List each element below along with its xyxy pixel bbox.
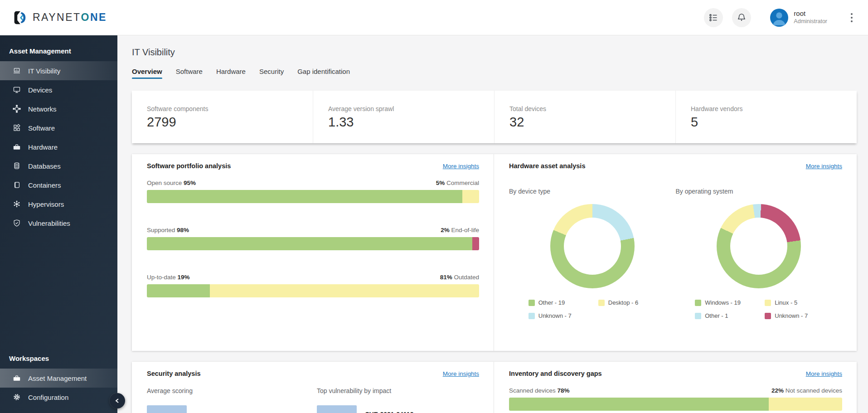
stat-value: 5	[691, 115, 857, 130]
sidebar-item-hardware[interactable]: Hardware	[0, 137, 117, 156]
legend-item: Desktop - 6	[598, 299, 656, 306]
workspace-item-label: Configuration	[28, 394, 68, 401]
stat-software-components: Software components 2799	[132, 91, 313, 143]
page-title: IT Visibility	[132, 47, 857, 58]
device-type-donut	[550, 204, 635, 288]
stat-average-version-sprawl: Average version sprawl 1.33	[313, 91, 495, 143]
sidebar-collapse-button[interactable]	[110, 393, 125, 408]
sidebar-item-label: Databases	[28, 162, 61, 170]
sidebar-item-databases[interactable]: Databases	[0, 156, 117, 175]
bar-segment-left	[147, 284, 210, 297]
stacked-bar	[147, 284, 479, 297]
user-menu[interactable]: root Administrator	[770, 9, 827, 27]
stat-total-devices: Total devices 32	[495, 91, 676, 143]
more-insights-link[interactable]: More insights	[443, 370, 479, 377]
workspace-item-asset-management[interactable]: Asset Management	[0, 369, 117, 388]
more-insights-link[interactable]: More insights	[806, 370, 842, 377]
stat-hardware-vendors: Hardware vendors 5	[676, 91, 857, 143]
panel-title: Security analysis	[147, 370, 201, 377]
legend-item: Other - 1	[695, 312, 753, 319]
sidebar-item-label: Networks	[28, 105, 57, 113]
sidebar-item-hypervisors[interactable]: Hypervisors	[0, 194, 117, 214]
bar-uptodate-outdated: Up-to-date 19% 81% Outdated	[147, 274, 479, 297]
stat-card-row: Software components 2799 Average version…	[132, 91, 857, 143]
sidebar-item-it-visibility[interactable]: IT Visibility	[0, 61, 117, 80]
container-icon	[13, 181, 21, 189]
tasks-list-button[interactable]	[704, 8, 723, 27]
database-icon	[13, 162, 21, 170]
operating-system-legend: Windows - 19 Linux - 5 Other - 1	[676, 299, 843, 319]
legend-item: Other - 19	[529, 299, 587, 306]
tab-gap-identification[interactable]: Gap identification	[297, 68, 350, 79]
legend-item: Unknown - 7	[529, 312, 587, 319]
bar-segment-left	[509, 398, 769, 411]
average-scoring-box	[147, 405, 187, 413]
tasks-list-icon	[708, 13, 718, 23]
legend-item: Windows - 19	[695, 299, 753, 306]
top-vulnerability-box	[317, 405, 357, 413]
tab-security[interactable]: Security	[259, 68, 284, 79]
top-vulnerability-label: Top vulnerability by impact	[317, 387, 413, 394]
bar-segment-right	[472, 237, 479, 250]
panel-title: Inventory and discovery gaps	[509, 370, 602, 377]
tab-overview[interactable]: Overview	[132, 68, 162, 79]
tab-bar: Overview Software Hardware Security Gap …	[132, 68, 857, 79]
bar-open-source-commercial: Open source 95% 5% Commercial	[147, 180, 479, 203]
bottom-analysis-row: Security analysis More insights Average …	[132, 362, 857, 413]
more-options-button[interactable]	[848, 10, 855, 25]
legend-swatch	[695, 300, 701, 306]
sidebar-item-label: IT Visibility	[28, 67, 60, 75]
sidebar-item-label: Vulnerabilities	[28, 219, 70, 227]
stacked-bar	[147, 237, 479, 250]
sidebar-section-asset-management: Asset Management	[0, 44, 117, 61]
bar-segment-right	[462, 190, 479, 203]
panel-title: Hardware asset analysis	[509, 162, 585, 170]
software-boxes-icon	[13, 124, 21, 132]
chart-subtitle: By operating system	[676, 188, 843, 195]
stacked-bar	[509, 398, 842, 411]
legend-swatch	[765, 313, 771, 319]
device-type-legend: Other - 19 Desktop - 6 Unknown - 7	[509, 299, 676, 319]
main-content: IT Visibility Overview Software Hardware…	[117, 35, 868, 413]
person-icon	[770, 9, 788, 27]
security-analysis-panel: Security analysis More insights Average …	[132, 362, 494, 413]
sidebar-item-containers[interactable]: Containers	[0, 175, 117, 194]
sidebar-item-devices[interactable]: Devices	[0, 80, 117, 99]
legend-swatch	[695, 313, 701, 319]
bar-segment-left	[147, 190, 462, 203]
stat-label: Total devices	[509, 105, 675, 112]
more-insights-link[interactable]: More insights	[443, 163, 479, 170]
raynet-logo[interactable]: RAYNETONE	[11, 9, 107, 26]
workspace-item-configuration[interactable]: Configuration	[0, 388, 117, 407]
top-header: RAYNETONE roo	[0, 0, 868, 35]
bar-segment-right	[769, 398, 842, 411]
sidebar-item-label: Devices	[28, 86, 52, 94]
average-scoring-block: Average scoring	[147, 387, 317, 413]
tab-software[interactable]: Software	[176, 68, 203, 79]
gear-icon	[13, 393, 21, 401]
stat-value: 32	[509, 115, 675, 130]
more-insights-link[interactable]: More insights	[806, 163, 842, 170]
stat-label: Software components	[147, 105, 313, 112]
device-type-chart: By device type Other - 19 Desktop -	[509, 188, 676, 319]
tab-hardware[interactable]: Hardware	[216, 68, 246, 79]
sidebar-item-networks[interactable]: Networks	[0, 99, 117, 118]
network-hub-icon	[13, 105, 21, 113]
notifications-button[interactable]	[732, 8, 751, 27]
avatar	[770, 9, 788, 27]
sidebar-item-software[interactable]: Software	[0, 118, 117, 137]
stat-label: Average version sprawl	[328, 105, 494, 112]
raynet-logo-mark	[11, 9, 28, 26]
sidebar-item-vulnerabilities[interactable]: Vulnerabilities	[0, 214, 117, 233]
sidebar-item-label: Hardware	[28, 143, 58, 151]
sidebar: Asset Management IT Visibility Devices N…	[0, 35, 117, 413]
workspace-item-label: Asset Management	[28, 374, 87, 382]
sidebar-section-workspaces: Workspaces	[0, 351, 117, 369]
toolbox-icon	[13, 143, 21, 151]
operating-system-donut	[717, 204, 801, 288]
legend-item: Unknown - 7	[765, 312, 823, 319]
laptop-chart-icon	[13, 67, 21, 75]
legend-swatch	[765, 300, 771, 306]
cve-id[interactable]: CVE-2021-24113	[365, 411, 413, 413]
hardware-asset-panel: Hardware asset analysis More insights By…	[494, 154, 857, 351]
